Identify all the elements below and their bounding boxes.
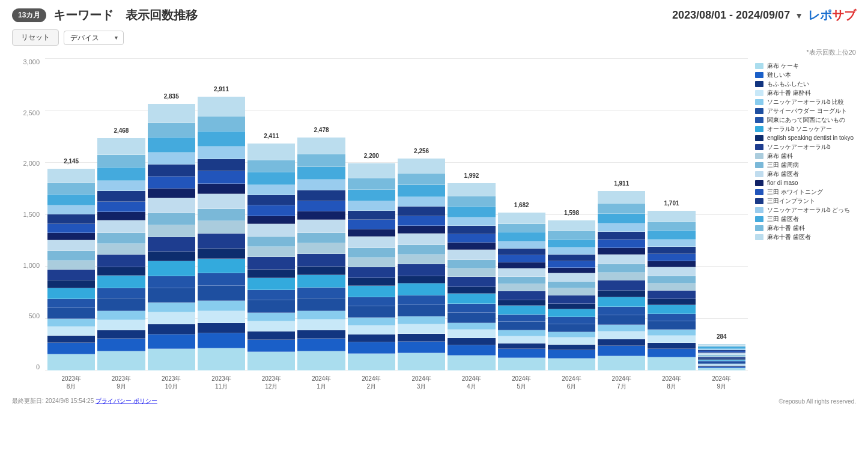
- header-left: 13カ月 キーワード 表示回数推移: [12, 7, 198, 23]
- bar-segment: [47, 240, 95, 251]
- bar-segment: [47, 336, 95, 343]
- bar-segment: [598, 255, 645, 264]
- legend-label: ソニッケアーオーラルb: [767, 143, 831, 151]
- bar-group: 2,468: [97, 58, 145, 371]
- legend-panel: 麻布 ケーキ難しい本もふもふしたい麻布十番 麻酔科ソニッケアーオーラルb 比較ア…: [748, 58, 862, 395]
- bar-segment: [648, 276, 695, 283]
- bar-segment: [548, 261, 595, 268]
- bar-segment: [348, 229, 395, 237]
- bar-segment: [198, 348, 245, 371]
- y-label-1000: 1,000: [12, 262, 42, 269]
- toolbar: リセット デバイス PC モバイル タブレット: [0, 27, 868, 48]
- bar-segment: [598, 240, 645, 248]
- legend-item: 三田 歯周病: [755, 161, 862, 169]
- legend-color-swatch: [755, 108, 763, 114]
- bar-segment: [47, 214, 95, 223]
- legend-color-swatch: [755, 171, 763, 177]
- bar-segment: [297, 319, 345, 330]
- bar-segment: [398, 207, 445, 216]
- bar-segment: [297, 288, 345, 298]
- bar-segment: [247, 205, 295, 216]
- legend-item: ソニッケアーオーラルb: [755, 143, 862, 151]
- reset-button[interactable]: リセット: [12, 29, 59, 46]
- bar-segment: [247, 237, 295, 247]
- bar-segment: [247, 270, 295, 278]
- bar-segment: [498, 322, 545, 330]
- legend-label: 三田 ホワイトニング: [767, 188, 823, 196]
- bar-segment: [297, 311, 345, 319]
- bar-segment: [448, 217, 495, 226]
- bar-segment: [498, 255, 545, 262]
- legend-item: 関東にあって関西にないもの: [755, 116, 862, 124]
- bar-segment: [648, 240, 695, 247]
- legend-item: ソニッケアーオーラルb どっち: [755, 206, 862, 214]
- bar-segment: [198, 159, 245, 172]
- bar-segment: [297, 220, 345, 232]
- legend-color-swatch: [755, 72, 763, 78]
- bar-segment: [148, 165, 195, 177]
- bar-segment: [148, 189, 195, 198]
- logo: レポサブ: [808, 7, 856, 23]
- bar-segment: [648, 299, 695, 305]
- bar-segment: [148, 276, 195, 288]
- bar-segment: [548, 240, 595, 248]
- bar-segment: [348, 267, 395, 279]
- bar-segment: [247, 185, 295, 195]
- legend-item: 麻布十番 歯医者: [755, 233, 862, 241]
- bar-segment: [148, 312, 195, 324]
- bar-segment: [47, 261, 95, 270]
- bar-segment: [348, 286, 395, 297]
- bar-segment: [548, 304, 595, 309]
- bar-segment: [47, 233, 95, 240]
- last-update-label: 最終更新日: 2024/9/8 15:54:25: [12, 398, 94, 404]
- bar-segment: [97, 288, 145, 299]
- y-label-500: 500: [12, 312, 42, 319]
- bar-segment: [97, 233, 145, 244]
- privacy-link[interactable]: プライバシー ポリシー: [96, 398, 157, 404]
- bar-segment: [448, 234, 495, 243]
- bar-segment: [148, 123, 195, 138]
- x-label: 2023年12月: [247, 371, 295, 395]
- legend-label: 麻布十番 歯医者: [767, 233, 811, 241]
- month-badge: 13カ月: [12, 8, 46, 22]
- bar-segment: [198, 184, 245, 194]
- date-dropdown-arrow[interactable]: ▼: [795, 11, 803, 20]
- bar-segment: [148, 252, 195, 261]
- bar-segment: [548, 359, 595, 371]
- bar-segment: [97, 191, 145, 202]
- bar-segment: [398, 159, 445, 174]
- bar-segment: [448, 226, 495, 234]
- legend-label: fior di maso: [767, 179, 798, 187]
- bar-segment: [498, 336, 545, 343]
- device-select-wrapper: デバイス PC モバイル タブレット: [64, 31, 124, 45]
- bar-segment: [398, 234, 445, 245]
- bar-segment: [348, 258, 395, 267]
- bar-segment: [548, 317, 595, 324]
- x-label: 2023年8月: [47, 371, 95, 395]
- legend-item: 三田 歯医者: [755, 215, 862, 223]
- bar-segment: [498, 315, 545, 322]
- bar-group: 2,145: [47, 58, 95, 371]
- bar-segment: [97, 351, 145, 371]
- legend-color-swatch: [755, 90, 763, 96]
- bar-segment: [247, 144, 295, 160]
- legend-item: 麻布十番 歯科: [755, 224, 862, 232]
- legend-color-swatch: [755, 135, 763, 141]
- header: 13カ月 キーワード 表示回数推移 2023/08/01 - 2024/09/0…: [0, 0, 868, 27]
- device-select[interactable]: デバイス PC モバイル タブレット: [64, 31, 124, 45]
- bar-segment: [648, 222, 695, 231]
- bar-segment: [247, 278, 295, 291]
- copyright: ©reposub All rights reserved.: [778, 398, 856, 405]
- bar-segment: [47, 319, 95, 326]
- bar-segment: [348, 220, 395, 229]
- bar-segment: [448, 313, 495, 323]
- legend-color-swatch: [755, 225, 763, 231]
- bar-segment: [348, 201, 395, 211]
- legend-item: 麻布 歯医者: [755, 170, 862, 178]
- bar-segment: [598, 264, 645, 273]
- page-container: 13カ月 キーワード 表示回数推移 2023/08/01 - 2024/09/0…: [0, 0, 868, 408]
- bar-value-label: 1,701: [664, 200, 679, 207]
- legend-item: もふもふしたい: [755, 80, 862, 88]
- x-label: 2023年10月: [148, 371, 195, 395]
- bar-group: 2,835: [148, 58, 195, 371]
